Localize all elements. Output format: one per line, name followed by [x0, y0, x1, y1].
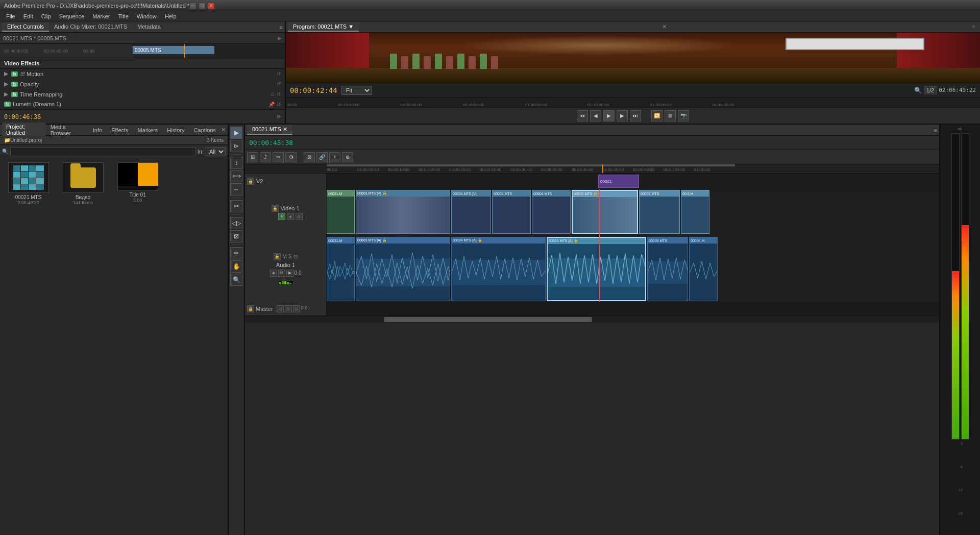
menu-title[interactable]: Title	[114, 12, 132, 20]
effect-item-time-remap[interactable]: ▶ fx Time Remapping ⊙ ↺	[0, 89, 285, 100]
tab-audio-clip-mixer[interactable]: Audio Clip Mixer: 00021.MTS	[49, 22, 132, 32]
btn-export-frame[interactable]: 📷	[678, 110, 689, 121]
project-item-folder[interactable]: Видео 141 Items	[59, 162, 107, 205]
reset-icon[interactable]: ↺	[277, 102, 281, 107]
panel-close-icon[interactable]: ≡	[280, 24, 283, 30]
a1-clip-00005[interactable]: 00005.MTS [A] 🔒	[547, 237, 646, 301]
menu-window[interactable]: Window	[133, 12, 161, 20]
v1-clip-00005[interactable]: 00005.MTS 🔒	[572, 190, 638, 234]
tool-slide[interactable]: ⊠	[230, 230, 242, 242]
minimize-button[interactable]: ─	[189, 2, 197, 9]
tab-captions[interactable]: Captions	[190, 126, 220, 134]
effect-item-opacity[interactable]: ▶ fx Opacity ↺	[0, 79, 285, 89]
seq-lift[interactable]: ⤴	[260, 152, 271, 162]
search-input[interactable]	[10, 147, 195, 156]
seq-add-marker[interactable]: ⊞	[247, 152, 258, 162]
track-a1-lock[interactable]: 🔒	[274, 253, 281, 260]
effect-item-motion[interactable]: ▶ fx ⊞ Motion ↺	[0, 69, 285, 79]
tool-track-select[interactable]: ⊳	[230, 140, 242, 152]
program-monitor-close[interactable]: ✕	[662, 23, 667, 30]
seq-scrollbar[interactable]	[245, 315, 939, 323]
project-item-title[interactable]: Title 01 3:00	[113, 162, 162, 205]
btn-play-stop[interactable]: ▶	[603, 110, 615, 121]
seq-snap[interactable]: ⊠	[304, 152, 315, 162]
project-panel-close[interactable]: ✕	[221, 127, 226, 133]
track-v1-eye[interactable]: 👁	[278, 213, 285, 220]
pin-icon[interactable]: 📌	[268, 102, 275, 107]
menu-file[interactable]: File	[2, 12, 19, 20]
seq-add-track[interactable]: +	[329, 152, 340, 162]
ec-nav-arrow[interactable]: ▶	[278, 35, 282, 41]
v2-clip[interactable]: 00021	[598, 175, 639, 188]
a1-clip-00006a[interactable]: 00006.MTS	[647, 237, 688, 301]
stopwatch-icon[interactable]: ⊙	[271, 91, 275, 97]
v1-clip-00004a[interactable]: 00004.MTS [V]	[451, 190, 491, 234]
a1-clip-00004[interactable]: 00004.MTS [A] 🔒	[451, 237, 546, 301]
tool-slip[interactable]: ◁▷	[230, 217, 242, 229]
btn-loop[interactable]: 🔁	[651, 110, 663, 121]
track-a1-pan-right[interactable]: ▶	[286, 270, 293, 277]
tab-history[interactable]: History	[163, 126, 188, 134]
project-item-video[interactable]: 00021.MTS 2:06:49:22	[4, 162, 53, 205]
v1-clip-00006a[interactable]: 00006.MTS	[639, 190, 680, 234]
tab-program-monitor[interactable]: Program: 00021.MTS ▼	[288, 22, 359, 32]
tab-info[interactable]: Info	[89, 126, 106, 134]
seq-scrollbar-thumb[interactable]	[384, 317, 592, 322]
btn-prev-frame[interactable]: ◀	[590, 110, 601, 121]
btn-safe-margin[interactable]: ⊠	[665, 110, 676, 121]
tab-effect-controls[interactable]: Effect Controls	[2, 22, 49, 32]
v1-clip-00006b[interactable]: 00 6.M	[681, 190, 709, 234]
v1-clip-00004c[interactable]: 00004.MTS	[532, 190, 571, 234]
effect-item-lumetri[interactable]: fx Lumetri (Dreams 1) 📌 ↺	[0, 100, 285, 109]
v1-clip-00003[interactable]: 00003.MTS [V] 🔒	[356, 190, 450, 234]
track-v1-target[interactable]: ◈	[287, 213, 294, 220]
menu-help[interactable]: Help	[161, 12, 181, 20]
reset-icon[interactable]: ↺	[277, 71, 281, 77]
in-select[interactable]: All	[206, 147, 226, 156]
tool-razor[interactable]: ✂	[230, 200, 242, 212]
seq-link[interactable]: 🔗	[316, 152, 328, 162]
master-pan-left[interactable]: ◁	[277, 305, 284, 312]
track-master-lock[interactable]: 🔒	[247, 305, 254, 312]
tab-effects[interactable]: Effects	[107, 126, 132, 134]
menu-clip[interactable]: Clip	[37, 12, 55, 20]
tab-media-browser[interactable]: Media Browser	[46, 123, 88, 137]
maximize-button[interactable]: □	[199, 2, 206, 9]
btn-next-frame[interactable]: ▶	[617, 110, 628, 121]
master-pan-center[interactable]: ⊙	[285, 305, 292, 312]
ec-loop-icon[interactable]: ⟳	[277, 114, 281, 119]
seq-extract[interactable]: ✂	[273, 152, 284, 162]
tool-rolling-edit[interactable]: ⟺	[230, 170, 242, 182]
track-v1-lock[interactable]: 🔒	[272, 205, 279, 212]
track-v1-sync[interactable]: ⊙	[296, 213, 303, 220]
a1-clip-00003[interactable]: 00003.MTS [A] 🔒	[356, 237, 450, 301]
a1-clip-00021[interactable]: 00021.M	[327, 237, 355, 301]
master-pan-right[interactable]: ▷	[293, 305, 300, 312]
tool-pen[interactable]: ✏	[230, 247, 242, 259]
close-button[interactable]: ✕	[208, 2, 215, 9]
tool-ripple-edit[interactable]: ↕	[230, 157, 242, 169]
v1-clip-00021[interactable]: 00021.M	[327, 190, 355, 234]
tool-select[interactable]: ▶	[230, 127, 242, 139]
a1-clip-00006b[interactable]: 00006.M	[689, 237, 718, 301]
seq-settings[interactable]: ⚙	[285, 152, 297, 162]
btn-step-back[interactable]: ⏮	[577, 110, 588, 121]
track-v2-lock[interactable]: 🔒	[247, 178, 254, 185]
seq-zoom-in[interactable]: ⊕	[342, 152, 353, 162]
menu-edit[interactable]: Edit	[19, 12, 37, 20]
tab-project[interactable]: Project: Untitled	[2, 123, 45, 138]
program-monitor-menu[interactable]: ≡	[970, 23, 978, 31]
tab-metadata[interactable]: Metadata	[132, 22, 166, 32]
tab-sequence[interactable]: 00021.MTS ✕	[247, 125, 292, 135]
menu-marker[interactable]: Marker	[88, 12, 114, 20]
fit-dropdown[interactable]: Fit 25% 50% 100%	[341, 86, 372, 95]
reset-icon[interactable]: ↺	[277, 81, 281, 87]
track-a1-pan-center[interactable]: ⊙	[278, 270, 285, 277]
v1-clip-00004b[interactable]: 00004.MTS	[492, 190, 531, 234]
track-a1-pan-left[interactable]: ◈	[270, 270, 277, 277]
menu-sequence[interactable]: Sequence	[55, 12, 89, 20]
reset-icon[interactable]: ↺	[277, 91, 281, 97]
seq-menu-btn[interactable]: ≡	[934, 127, 937, 133]
tool-hand[interactable]: ✋	[230, 260, 242, 273]
tool-rate-stretch[interactable]: ↔	[230, 183, 242, 196]
